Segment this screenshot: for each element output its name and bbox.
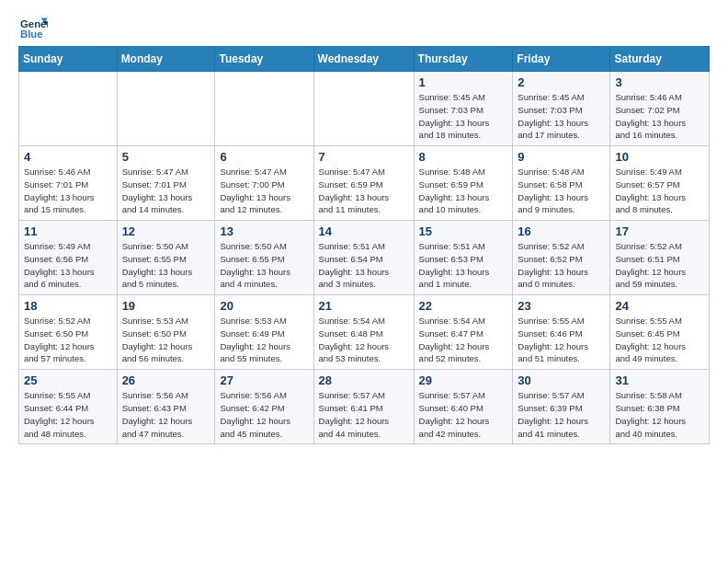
- day-detail: Sunrise: 5:56 AM Sunset: 6:43 PM Dayligh…: [122, 389, 210, 440]
- day-detail: Sunrise: 5:49 AM Sunset: 6:56 PM Dayligh…: [24, 240, 112, 291]
- svg-text:Blue: Blue: [20, 29, 43, 40]
- calendar-cell: 8Sunrise: 5:48 AM Sunset: 6:59 PM Daylig…: [414, 146, 513, 221]
- day-number: 18: [24, 299, 112, 313]
- weekday-header-friday: Friday: [513, 47, 610, 72]
- calendar-cell: 29Sunrise: 5:57 AM Sunset: 6:40 PM Dayli…: [414, 370, 513, 444]
- day-number: 6: [220, 150, 308, 164]
- day-number: 8: [419, 150, 508, 164]
- page-header: General Blue: [18, 15, 710, 40]
- calendar-cell: 7Sunrise: 5:47 AM Sunset: 6:59 PM Daylig…: [313, 146, 414, 221]
- weekday-header-thursday: Thursday: [414, 47, 513, 72]
- calendar-cell: 2Sunrise: 5:45 AM Sunset: 7:03 PM Daylig…: [513, 72, 610, 146]
- weekday-header-wednesday: Wednesday: [313, 47, 414, 72]
- calendar-cell: [215, 72, 313, 146]
- calendar-cell: 5Sunrise: 5:47 AM Sunset: 7:01 PM Daylig…: [117, 146, 215, 221]
- calendar-cell: 4Sunrise: 5:46 AM Sunset: 7:01 PM Daylig…: [19, 146, 118, 221]
- day-detail: Sunrise: 5:50 AM Sunset: 6:55 PM Dayligh…: [122, 240, 210, 291]
- day-number: 30: [518, 373, 605, 387]
- calendar-week-1: 1Sunrise: 5:45 AM Sunset: 7:03 PM Daylig…: [19, 72, 710, 146]
- day-detail: Sunrise: 5:48 AM Sunset: 6:58 PM Dayligh…: [518, 166, 605, 216]
- day-detail: Sunrise: 5:46 AM Sunset: 7:02 PM Dayligh…: [615, 91, 704, 142]
- day-detail: Sunrise: 5:57 AM Sunset: 6:41 PM Dayligh…: [319, 389, 409, 440]
- day-number: 9: [518, 150, 605, 164]
- day-number: 1: [419, 75, 508, 89]
- calendar-cell: 10Sunrise: 5:49 AM Sunset: 6:57 PM Dayli…: [610, 146, 710, 221]
- calendar-cell: [313, 72, 414, 146]
- day-detail: Sunrise: 5:56 AM Sunset: 6:42 PM Dayligh…: [220, 389, 308, 440]
- day-detail: Sunrise: 5:54 AM Sunset: 6:48 PM Dayligh…: [319, 315, 409, 365]
- day-detail: Sunrise: 5:52 AM Sunset: 6:52 PM Dayligh…: [518, 240, 605, 291]
- calendar-cell: 23Sunrise: 5:55 AM Sunset: 6:46 PM Dayli…: [513, 295, 610, 370]
- calendar-cell: 6Sunrise: 5:47 AM Sunset: 7:00 PM Daylig…: [215, 146, 313, 221]
- calendar-cell: 25Sunrise: 5:55 AM Sunset: 6:44 PM Dayli…: [19, 370, 118, 444]
- calendar-cell: 31Sunrise: 5:58 AM Sunset: 6:38 PM Dayli…: [610, 370, 710, 444]
- day-number: 14: [319, 224, 409, 238]
- day-number: 7: [319, 150, 409, 164]
- calendar-cell: 24Sunrise: 5:55 AM Sunset: 6:45 PM Dayli…: [610, 295, 710, 370]
- weekday-header-sunday: Sunday: [19, 47, 118, 72]
- calendar-cell: 13Sunrise: 5:50 AM Sunset: 6:55 PM Dayli…: [215, 221, 313, 295]
- day-number: 22: [419, 299, 508, 313]
- calendar-cell: 18Sunrise: 5:52 AM Sunset: 6:50 PM Dayli…: [19, 295, 118, 370]
- day-detail: Sunrise: 5:48 AM Sunset: 6:59 PM Dayligh…: [419, 166, 508, 216]
- day-detail: Sunrise: 5:47 AM Sunset: 7:01 PM Dayligh…: [122, 166, 210, 216]
- calendar-table: SundayMondayTuesdayWednesdayThursdayFrid…: [18, 46, 710, 444]
- day-number: 20: [220, 299, 308, 313]
- day-number: 10: [615, 150, 704, 164]
- day-number: 11: [24, 224, 112, 238]
- calendar-cell: 14Sunrise: 5:51 AM Sunset: 6:54 PM Dayli…: [313, 221, 414, 295]
- day-detail: Sunrise: 5:55 AM Sunset: 6:46 PM Dayligh…: [518, 315, 605, 365]
- day-number: 16: [518, 224, 605, 238]
- day-detail: Sunrise: 5:52 AM Sunset: 6:51 PM Dayligh…: [615, 240, 704, 291]
- day-detail: Sunrise: 5:57 AM Sunset: 6:40 PM Dayligh…: [419, 389, 508, 440]
- day-number: 19: [122, 299, 210, 313]
- day-number: 12: [122, 224, 210, 238]
- calendar-cell: 28Sunrise: 5:57 AM Sunset: 6:41 PM Dayli…: [313, 370, 414, 444]
- day-number: 5: [122, 150, 210, 164]
- calendar-cell: 12Sunrise: 5:50 AM Sunset: 6:55 PM Dayli…: [117, 221, 215, 295]
- day-number: 23: [518, 299, 605, 313]
- calendar-cell: 26Sunrise: 5:56 AM Sunset: 6:43 PM Dayli…: [117, 370, 215, 444]
- day-number: 3: [615, 75, 704, 89]
- day-detail: Sunrise: 5:55 AM Sunset: 6:44 PM Dayligh…: [24, 389, 112, 440]
- calendar-week-5: 25Sunrise: 5:55 AM Sunset: 6:44 PM Dayli…: [19, 370, 710, 444]
- calendar-week-3: 11Sunrise: 5:49 AM Sunset: 6:56 PM Dayli…: [19, 221, 710, 295]
- day-number: 27: [220, 373, 308, 387]
- day-detail: Sunrise: 5:45 AM Sunset: 7:03 PM Dayligh…: [518, 91, 605, 142]
- calendar-cell: 11Sunrise: 5:49 AM Sunset: 6:56 PM Dayli…: [19, 221, 118, 295]
- day-detail: Sunrise: 5:53 AM Sunset: 6:50 PM Dayligh…: [122, 315, 210, 365]
- calendar-cell: 22Sunrise: 5:54 AM Sunset: 6:47 PM Dayli…: [414, 295, 513, 370]
- day-detail: Sunrise: 5:45 AM Sunset: 7:03 PM Dayligh…: [419, 91, 508, 142]
- calendar-cell: 19Sunrise: 5:53 AM Sunset: 6:50 PM Dayli…: [117, 295, 215, 370]
- calendar-cell: [117, 72, 215, 146]
- day-number: 29: [419, 373, 508, 387]
- day-number: 24: [615, 299, 704, 313]
- day-detail: Sunrise: 5:47 AM Sunset: 6:59 PM Dayligh…: [319, 166, 409, 216]
- calendar-cell: 21Sunrise: 5:54 AM Sunset: 6:48 PM Dayli…: [313, 295, 414, 370]
- weekday-header-tuesday: Tuesday: [215, 47, 313, 72]
- day-detail: Sunrise: 5:46 AM Sunset: 7:01 PM Dayligh…: [24, 166, 112, 216]
- calendar-cell: 15Sunrise: 5:51 AM Sunset: 6:53 PM Dayli…: [414, 221, 513, 295]
- calendar-cell: 20Sunrise: 5:53 AM Sunset: 6:49 PM Dayli…: [215, 295, 313, 370]
- calendar-cell: 17Sunrise: 5:52 AM Sunset: 6:51 PM Dayli…: [610, 221, 710, 295]
- day-number: 13: [220, 224, 308, 238]
- calendar-cell: [19, 72, 118, 146]
- weekday-header-row: SundayMondayTuesdayWednesdayThursdayFrid…: [19, 47, 710, 72]
- logo: General Blue: [18, 15, 51, 40]
- weekday-header-saturday: Saturday: [610, 47, 710, 72]
- day-number: 28: [319, 373, 409, 387]
- calendar-cell: 9Sunrise: 5:48 AM Sunset: 6:58 PM Daylig…: [513, 146, 610, 221]
- calendar-cell: 3Sunrise: 5:46 AM Sunset: 7:02 PM Daylig…: [610, 72, 710, 146]
- day-number: 31: [615, 373, 704, 387]
- day-number: 17: [615, 224, 704, 238]
- day-number: 21: [319, 299, 409, 313]
- day-detail: Sunrise: 5:55 AM Sunset: 6:45 PM Dayligh…: [615, 315, 704, 365]
- calendar-week-4: 18Sunrise: 5:52 AM Sunset: 6:50 PM Dayli…: [19, 295, 710, 370]
- day-detail: Sunrise: 5:50 AM Sunset: 6:55 PM Dayligh…: [220, 240, 308, 291]
- day-detail: Sunrise: 5:47 AM Sunset: 7:00 PM Dayligh…: [220, 166, 308, 216]
- calendar-cell: 1Sunrise: 5:45 AM Sunset: 7:03 PM Daylig…: [414, 72, 513, 146]
- calendar-week-2: 4Sunrise: 5:46 AM Sunset: 7:01 PM Daylig…: [19, 146, 710, 221]
- day-detail: Sunrise: 5:57 AM Sunset: 6:39 PM Dayligh…: [518, 389, 605, 440]
- day-number: 25: [24, 373, 112, 387]
- day-detail: Sunrise: 5:51 AM Sunset: 6:54 PM Dayligh…: [319, 240, 409, 291]
